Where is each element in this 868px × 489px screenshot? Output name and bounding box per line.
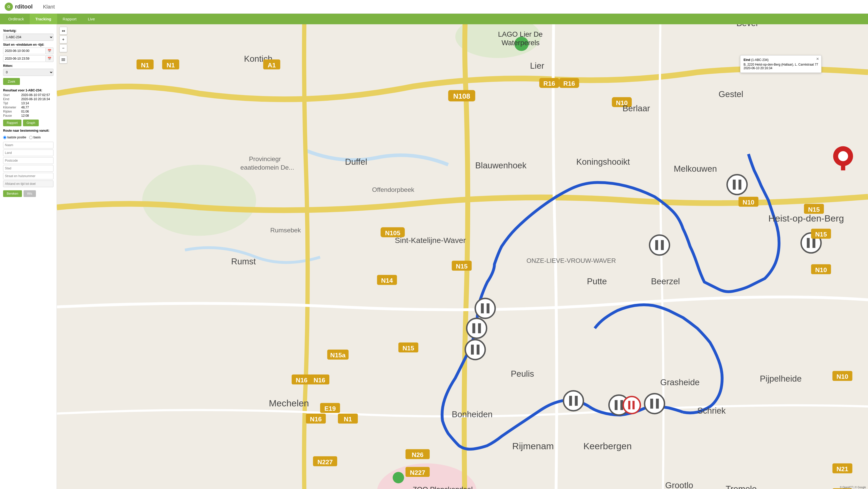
svg-rect-29: [661, 240, 664, 250]
svg-text:R16: R16: [563, 80, 575, 87]
bereken-button[interactable]: Bereken: [3, 190, 22, 197]
svg-text:N15: N15: [815, 231, 827, 238]
svg-text:O: O: [7, 5, 10, 9]
nav-item-live[interactable]: Live: [82, 14, 101, 24]
ritten-label: Ritten:: [3, 64, 54, 68]
svg-point-6: [467, 318, 487, 338]
layers-icon: [61, 57, 66, 62]
svg-text:Rijmenam: Rijmenam: [512, 441, 554, 451]
result-title: Resultaat voor 1-ABC-234:: [3, 89, 54, 92]
svg-text:Sint-Katelijne-Waver: Sint-Katelijne-Waver: [395, 236, 466, 244]
route-section: Route naar bestemming vanuit: laatste po…: [3, 129, 54, 197]
svg-point-9: [475, 298, 495, 318]
svg-point-27: [649, 235, 669, 255]
svg-rect-22: [628, 401, 630, 409]
svg-text:N105: N105: [385, 230, 400, 236]
svg-rect-17: [575, 396, 578, 406]
graph-button[interactable]: Graph: [23, 120, 39, 126]
svg-text:N15: N15: [808, 206, 820, 213]
popup-close-btn[interactable]: ✕: [816, 57, 819, 61]
svg-text:N26: N26: [412, 451, 424, 458]
straat-input[interactable]: [3, 173, 54, 180]
svg-text:R16: R16: [543, 80, 555, 87]
svg-text:Rumst: Rumst: [231, 257, 256, 266]
land-input[interactable]: [3, 150, 54, 156]
postcode-input[interactable]: [3, 157, 54, 164]
sidebar: Voertuig: 1-ABC-234 Start en -einddatum …: [0, 24, 57, 489]
svg-point-4: [142, 165, 256, 236]
svg-text:N10: N10: [743, 199, 754, 206]
svg-text:Provinciegr: Provinciegr: [249, 156, 281, 162]
radio-laatste-positie[interactable]: [3, 136, 6, 139]
result-row-kilometer: Kilometer 48,77: [3, 106, 54, 109]
start-date-input[interactable]: 2020-06-10 00:00: [3, 47, 46, 54]
datetime-label: Start en -einddatum en -tijd:: [3, 43, 54, 46]
start-date-calendar-btn[interactable]: 📅: [46, 47, 54, 54]
map-zoom-in-btn[interactable]: +: [59, 36, 67, 43]
nav-item-rapport[interactable]: Rapport: [57, 14, 82, 24]
svg-text:Melkouwen: Melkouwen: [674, 164, 717, 173]
afstand-input[interactable]: [3, 181, 54, 187]
svg-text:N10: N10: [836, 373, 848, 380]
svg-rect-32: [739, 180, 741, 190]
svg-text:Berlaar: Berlaar: [623, 103, 650, 113]
rapport-button[interactable]: Rapport: [3, 120, 22, 126]
svg-rect-7: [472, 323, 475, 333]
naam-input[interactable]: [3, 142, 54, 149]
result-row-tijd: Tijd 13:14: [3, 101, 54, 105]
svg-text:N21: N21: [836, 465, 848, 472]
svg-text:Schriek: Schriek: [697, 406, 726, 416]
zoek-button[interactable]: Zoek: [3, 78, 20, 85]
action-buttons: Rapport Graph: [3, 120, 54, 126]
map-layers-btn[interactable]: [59, 56, 67, 64]
logo-text: rditool: [15, 3, 33, 10]
svg-text:Duffel: Duffel: [345, 157, 367, 166]
svg-text:Gestel: Gestel: [719, 89, 743, 99]
svg-text:Offendorpbeek: Offendorpbeek: [372, 186, 414, 193]
ritten-select[interactable]: 0: [3, 69, 54, 76]
svg-text:Peulis: Peulis: [511, 369, 534, 379]
nav-item-tracking[interactable]: Tracking: [30, 14, 57, 24]
radio-basis[interactable]: [29, 136, 33, 139]
wis-button[interactable]: Wis: [24, 190, 36, 197]
nav-item-orditrack[interactable]: Orditrack: [3, 14, 30, 24]
svg-point-38: [838, 151, 848, 161]
svg-rect-142: [61, 58, 65, 59]
svg-rect-26: [656, 399, 659, 409]
map-zoom-out-btn[interactable]: −: [59, 44, 67, 52]
voertuig-select[interactable]: 1-ABC-234: [3, 34, 54, 41]
map-controls: ⇔ + −: [59, 27, 67, 64]
end-date-input[interactable]: 2020-06-10 23:59: [3, 55, 46, 62]
map-container[interactable]: N108 R16 R16 N10 N105 Kessel Bevel Heren…: [57, 24, 868, 489]
svg-rect-19: [615, 400, 617, 410]
radio-row: laatste positie basis: [3, 133, 54, 140]
voertuig-label: Voertuig:: [3, 29, 54, 33]
svg-text:N227: N227: [317, 459, 333, 465]
svg-text:Keerbergen: Keerbergen: [583, 441, 632, 451]
route-title: Route naar bestemming vanuit:: [3, 129, 54, 132]
svg-text:N10: N10: [815, 266, 827, 273]
svg-text:N108: N108: [453, 92, 470, 100]
header: O rditool Klant: [0, 0, 868, 14]
svg-text:N1: N1: [141, 62, 149, 69]
svg-rect-31: [733, 180, 736, 190]
svg-text:N16: N16: [296, 377, 307, 384]
svg-rect-10: [481, 303, 484, 314]
result-row-rijden: Rijden 01:06: [3, 110, 54, 113]
result-row-start: Start 2020-06-10 07:02:57: [3, 93, 54, 97]
logo: O rditool: [4, 2, 33, 11]
radio-laatste-label[interactable]: laatste positie: [3, 135, 26, 139]
end-date-calendar-btn[interactable]: 📅: [46, 55, 54, 62]
map-direction-btn[interactable]: ⇔: [59, 27, 67, 35]
svg-point-15: [563, 391, 583, 411]
svg-text:Blauwenhoek: Blauwenhoek: [475, 161, 527, 170]
radio-basis-label[interactable]: basis: [29, 135, 40, 139]
stad-input[interactable]: [3, 165, 54, 172]
svg-rect-25: [650, 399, 653, 409]
svg-text:Tremelo: Tremelo: [726, 484, 757, 489]
svg-text:Bonheiden: Bonheiden: [452, 410, 493, 419]
svg-rect-144: [61, 60, 65, 61]
nav: Orditrack Tracking Rapport Live: [0, 14, 868, 24]
svg-text:N227: N227: [410, 469, 425, 476]
svg-rect-35: [812, 238, 815, 248]
